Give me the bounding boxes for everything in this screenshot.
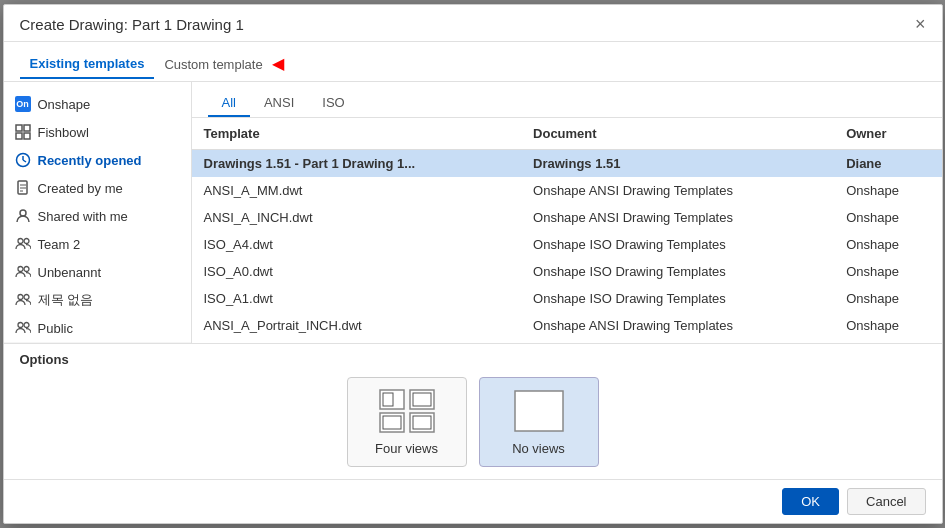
svg-point-15 [24,267,29,272]
col-owner: Owner [834,118,941,150]
sidebar-item-label: 제목 없음 [38,291,94,309]
cell-document: Onshape ISO Drawing Templates [521,231,834,258]
sub-tab-iso[interactable]: ISO [308,90,358,117]
template-table-wrapper: Template Document Owner Drawings 1.51 - … [192,118,942,343]
svg-point-19 [24,323,29,328]
sub-tab-all[interactable]: All [208,90,250,117]
cell-document: Onshape ANSI Drawing Templates [521,177,834,204]
svg-point-13 [24,239,29,244]
four-views-icon [379,389,435,433]
svg-point-14 [18,267,23,272]
cell-template: ANSI_A_Portrait_INCH.dwt [192,312,522,339]
options-section: Options Four views [4,343,942,479]
no-views-icon [511,389,567,433]
cell-owner: Onshape [834,258,941,285]
arrow-icon: ◀ [272,54,284,73]
cell-template: ISO_A1.dwt [192,285,522,312]
svg-point-12 [18,239,23,244]
sidebar-item-shared-with-me[interactable]: Shared with me [4,202,191,230]
table-row[interactable]: ISO_A1.dwtOnshape ISO Drawing TemplatesO… [192,285,942,312]
sub-tab-ansi[interactable]: ANSI [250,90,308,117]
table-row[interactable]: ISO_A4.dwtOnshape ISO Drawing TemplatesO… [192,231,942,258]
sidebar-item-label: Created by me [38,181,123,196]
cell-document: Drawings 1.51 [521,150,834,178]
svg-rect-28 [515,391,563,431]
people-icon [14,235,32,253]
svg-point-17 [24,295,29,300]
create-drawing-dialog: Create Drawing: Part 1 Drawing 1 × Exist… [3,4,943,524]
cell-template: ANSI_A_MM.dwt [192,177,522,204]
top-tabs: Existing templates Custom template ◀ [4,42,942,82]
sidebar-item-label: Recently opened [38,153,142,168]
cell-owner: Onshape [834,285,941,312]
dialog-title: Create Drawing: Part 1 Drawing 1 [20,16,244,33]
onshape-icon: On [14,95,32,113]
people-icon-2 [14,263,32,281]
table-row[interactable]: ISO_A0.dwtOnshape ISO Drawing TemplatesO… [192,258,942,285]
tab-custom-template[interactable]: Custom template ◀ [154,48,294,81]
dialog-footer: OK Cancel [4,479,942,523]
dialog-header: Create Drawing: Part 1 Drawing 1 × [4,5,942,42]
sidebar-item-label: Fishbowl [38,125,89,140]
tab-existing-templates[interactable]: Existing templates [20,50,155,79]
sidebar-item-korean[interactable]: 제목 없음 [4,286,191,314]
table-row[interactable]: Drawings 1.51 - Part 1 Drawing 1...Drawi… [192,150,942,178]
sub-tabs: All ANSI ISO [192,82,942,118]
sidebar-scroll-down[interactable]: ▼ [4,342,191,343]
sidebar-item-label: Shared with me [38,209,128,224]
svg-point-18 [18,323,23,328]
sidebar-item-team2[interactable]: Team 2 [4,230,191,258]
clock-icon [14,151,32,169]
cell-document: Onshape ANSI Drawing Templates [521,204,834,231]
table-header-row: Template Document Owner [192,118,942,150]
shared-icon [14,207,32,225]
sidebar-item-public[interactable]: Public [4,314,191,342]
sidebar-item-label: Team 2 [38,237,81,252]
view-options: Four views No views [20,367,926,475]
main-content: All ANSI ISO Template Document Owner Dra… [192,82,942,343]
cell-template: ISO_A0.dwt [192,258,522,285]
sidebar-item-label: Public [38,321,73,336]
no-views-label: No views [512,441,565,456]
col-document: Document [521,118,834,150]
cell-owner: Onshape [834,177,941,204]
four-views-label: Four views [375,441,438,456]
options-label: Options [20,352,69,367]
cell-owner: Onshape [834,204,941,231]
svg-rect-1 [24,125,30,131]
people-icon-4 [14,319,32,337]
sidebar-item-recently-opened[interactable]: Recently opened [4,146,191,174]
ok-button[interactable]: OK [782,488,839,515]
cell-owner: Onshape [834,231,941,258]
cell-document: Onshape ISO Drawing Templates [521,285,834,312]
sidebar-item-created-by-me[interactable]: Created by me [4,174,191,202]
svg-rect-0 [16,125,22,131]
template-table: Template Document Owner Drawings 1.51 - … [192,118,942,339]
cell-template: ISO_A4.dwt [192,231,522,258]
cell-template: Drawings 1.51 - Part 1 Drawing 1... [192,150,522,178]
sidebar-item-fishbowl[interactable]: Fishbowl [4,118,191,146]
table-row[interactable]: ANSI_A_Portrait_INCH.dwtOnshape ANSI Dra… [192,312,942,339]
svg-line-6 [23,160,26,162]
close-button[interactable]: × [915,15,926,33]
no-views-button[interactable]: No views [479,377,599,467]
sidebar-item-label: Unbenannt [38,265,102,280]
sidebar-item-unbenannt[interactable]: Unbenannt [4,258,191,286]
cell-document: Onshape ISO Drawing Templates [521,258,834,285]
doc-icon [14,179,32,197]
cancel-button[interactable]: Cancel [847,488,925,515]
cell-owner: Diane [834,150,941,178]
grid-icon [14,123,32,141]
svg-rect-2 [16,133,22,139]
sidebar-item-label: Onshape [38,97,91,112]
four-views-button[interactable]: Four views [347,377,467,467]
col-template: Template [192,118,522,150]
cell-template: ANSI_A_INCH.dwt [192,204,522,231]
dialog-body: On Onshape Fishbowl Recently opened [4,82,942,343]
sidebar-item-onshape[interactable]: On Onshape [4,90,191,118]
svg-point-11 [20,210,26,216]
people-icon-3 [14,291,32,309]
table-row[interactable]: ANSI_A_MM.dwtOnshape ANSI Drawing Templa… [192,177,942,204]
cell-owner: Onshape [834,312,941,339]
table-row[interactable]: ANSI_A_INCH.dwtOnshape ANSI Drawing Temp… [192,204,942,231]
